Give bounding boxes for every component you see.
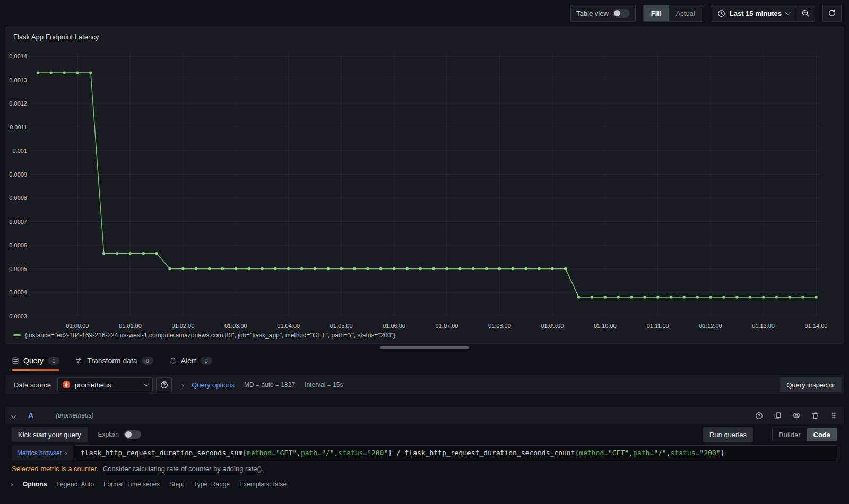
time-range-label: Last 15 minutes: [730, 10, 782, 18]
hide-query-eye-icon[interactable]: [792, 411, 801, 420]
actual-button[interactable]: Actual: [669, 5, 703, 21]
query-row-header: A (prometheus): [5, 407, 844, 424]
query-datasource-hint: (prometheus): [56, 412, 93, 419]
query-options-toggle[interactable]: › Query options: [181, 381, 235, 389]
code-mode-button[interactable]: Code: [807, 428, 837, 441]
interval-text: Interval = 15s: [305, 381, 343, 388]
svg-text:01:07:00: 01:07:00: [436, 323, 458, 329]
panel-editor-splitter-handle[interactable]: [380, 346, 469, 349]
help-circle-icon: [160, 381, 168, 389]
time-range-picker[interactable]: Last 15 minutes: [711, 5, 796, 21]
tab-alert-label: Alert: [181, 357, 196, 365]
angle-right-icon[interactable]: ›: [11, 480, 13, 488]
drag-handle-icon[interactable]: [830, 412, 837, 419]
query-actions: [755, 411, 837, 420]
svg-text:01:05:00: 01:05:00: [330, 323, 353, 329]
tab-transform-data[interactable]: Transform data 0: [75, 351, 153, 371]
option-step: Step:: [169, 481, 184, 488]
metrics-browser-button[interactable]: Metrics browser ›: [12, 445, 73, 460]
tab-query-label: Query: [23, 357, 44, 365]
svg-text:01:02:00: 01:02:00: [171, 323, 194, 329]
option-legend: Legend: Auto: [56, 481, 94, 488]
datasource-label: Data source: [7, 381, 57, 389]
table-view-control: Table view: [570, 5, 636, 22]
option-format: Format: Time series: [103, 481, 160, 488]
query-options-summary-row: › Options Legend: Auto Format: Time seri…: [5, 480, 844, 488]
svg-text:01:12:00: 01:12:00: [699, 323, 722, 329]
warning-text: Selected metric is a counter.: [12, 465, 98, 473]
help-circle-icon[interactable]: [755, 412, 763, 420]
svg-text:01:03:00: 01:03:00: [224, 323, 247, 329]
transform-icon: [75, 357, 83, 364]
svg-text:01:13:00: 01:13:00: [752, 323, 775, 329]
legend-item[interactable]: {instance="ec2-184-169-216-224.us-west-1…: [13, 332, 395, 339]
angle-right-icon: ›: [181, 381, 184, 389]
fill-button[interactable]: Fill: [644, 5, 669, 21]
chevron-down-icon: [785, 10, 791, 15]
tab-alert-count: 0: [201, 357, 212, 365]
svg-text:0.001: 0.001: [12, 147, 27, 154]
tab-alert[interactable]: Alert 0: [169, 351, 212, 371]
legend-series-swatch: [13, 334, 21, 336]
svg-text:01:11:00: 01:11:00: [647, 323, 669, 329]
metrics-browser-label: Metrics browser: [17, 449, 62, 457]
table-view-toggle[interactable]: [613, 9, 630, 18]
explain-control: Explain: [98, 430, 141, 439]
svg-text:0.0003: 0.0003: [9, 313, 27, 319]
tab-transform-label: Transform data: [87, 357, 137, 365]
svg-text:0.0009: 0.0009: [9, 171, 27, 178]
builder-mode-button[interactable]: Builder: [773, 428, 807, 441]
panel-title[interactable]: Flask App Endpoint Latency: [6, 27, 106, 41]
chevron-down-icon: [144, 381, 149, 387]
tab-query-count: 1: [48, 357, 59, 365]
svg-text:0.0007: 0.0007: [9, 219, 27, 225]
datasource-value: prometheus: [75, 381, 140, 389]
option-exemplars: Exemplars: false: [239, 481, 287, 488]
query-ref-id: A: [28, 411, 33, 420]
legend-series-label: {instance="ec2-184-169-216-224.us-west-1…: [25, 332, 395, 339]
refresh-button[interactable]: [823, 5, 841, 21]
svg-text:0.0008: 0.0008: [9, 195, 27, 201]
delete-query-trash-icon[interactable]: [811, 412, 819, 420]
counter-warning-row: Selected metric is a counter. Consider c…: [5, 465, 844, 473]
query-expression-row: Metrics browser › flask_http_request_dur…: [5, 445, 844, 460]
warning-hint-link[interactable]: Consider calculating rate of counter by …: [103, 465, 264, 473]
query-editor-section: Data source prometheus › Query options M…: [0, 371, 849, 488]
tab-transform-count: 0: [142, 357, 153, 365]
query-inspector-button[interactable]: Query inspector: [780, 377, 842, 392]
zoom-out-button[interactable]: [796, 5, 815, 21]
time-picker-group: Last 15 minutes: [711, 5, 815, 22]
bell-icon: [169, 357, 177, 364]
svg-text:0.0004: 0.0004: [9, 289, 27, 296]
prometheus-icon: [62, 380, 71, 389]
svg-text:0.0006: 0.0006: [9, 242, 27, 248]
clock-icon: [717, 10, 725, 18]
duplicate-query-icon[interactable]: [774, 412, 782, 420]
svg-text:01:04:00: 01:04:00: [277, 323, 300, 329]
explain-label: Explain: [98, 431, 119, 438]
run-queries-button[interactable]: Run queries: [703, 427, 753, 442]
options-toggle-label[interactable]: Options: [23, 481, 47, 488]
svg-text:01:08:00: 01:08:00: [488, 323, 511, 329]
datasource-help-button[interactable]: [156, 377, 172, 392]
refresh-control: [822, 5, 842, 22]
svg-text:0.0012: 0.0012: [9, 100, 27, 107]
chart-plot-area: 0.00140.00130.00120.00110.0010.00090.000…: [6, 48, 843, 332]
refresh-icon: [828, 9, 836, 18]
editor-tabs: Query 1 Transform data 0 Alert 0: [0, 351, 849, 371]
promql-expression-input[interactable]: flask_http_request_duration_seconds_sum{…: [75, 445, 837, 460]
svg-text:0.0013: 0.0013: [9, 77, 27, 83]
datasource-row: Data source prometheus › Query options M…: [5, 375, 844, 394]
max-data-points-text: MD = auto = 1827: [244, 381, 295, 388]
angle-right-icon: ›: [65, 449, 67, 456]
zoom-out-icon: [801, 9, 810, 18]
collapse-query-chevron-icon[interactable]: [11, 413, 16, 418]
database-icon: [12, 357, 19, 364]
tab-query[interactable]: Query 1: [12, 351, 59, 371]
svg-text:01:10:00: 01:10:00: [594, 323, 617, 329]
kick-start-query-button[interactable]: Kick start your query: [12, 427, 88, 442]
datasource-picker[interactable]: prometheus: [57, 377, 153, 392]
explain-toggle[interactable]: [124, 430, 141, 439]
svg-text:01:09:00: 01:09:00: [541, 323, 564, 329]
timeseries-panel: Flask App Endpoint Latency 0.00140.00130…: [5, 27, 844, 344]
